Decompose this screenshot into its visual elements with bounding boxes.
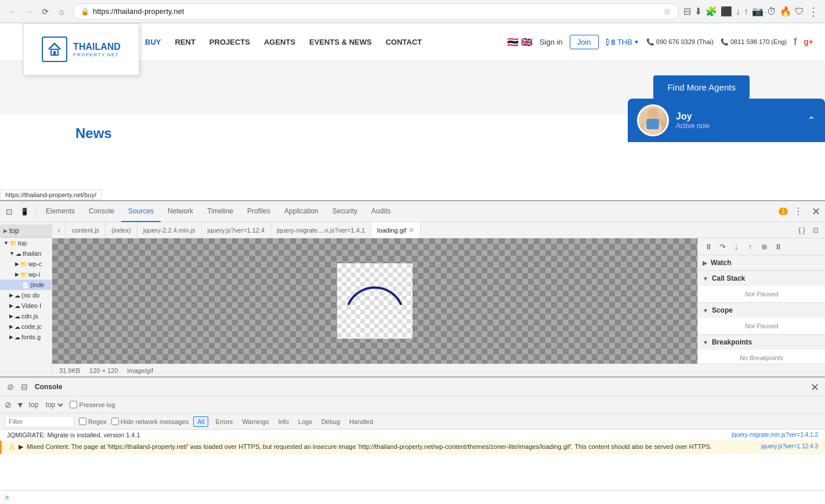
top-context-label[interactable]: top: [29, 401, 39, 409]
nav-buy[interactable]: BUY: [145, 38, 161, 46]
breakpoints-header[interactable]: ▼ Breakpoints: [698, 335, 825, 350]
google-plus-icon[interactable]: g+: [804, 37, 813, 46]
tree-item-code[interactable]: ▶ ☁ code.jc: [0, 321, 52, 332]
panel-toggle-button[interactable]: ⊡: [809, 223, 823, 237]
thai-flag[interactable]: 🇹🇭: [507, 37, 519, 48]
puzzle-icon[interactable]: 🧩: [705, 6, 717, 17]
tab-network[interactable]: Network: [161, 201, 200, 222]
back-button[interactable]: ←: [6, 5, 20, 19]
tree-item-top[interactable]: ▼ 📁 top: [0, 238, 52, 248]
watch-header[interactable]: ▶ Watch: [698, 255, 825, 270]
filter-debug[interactable]: Debug: [319, 418, 342, 426]
close-tab-icon[interactable]: ✕: [408, 226, 414, 234]
bookmark-icon[interactable]: ⊟: [683, 6, 691, 17]
nav-events[interactable]: EVENTS & NEWS: [309, 38, 372, 46]
console-filter-button[interactable]: ⊟: [19, 381, 30, 393]
console-clear-button[interactable]: ⊘: [5, 381, 16, 393]
reload-button[interactable]: ⟳: [38, 5, 52, 19]
file-tab-jquery[interactable]: jquery-2.2.4.min.js: [138, 222, 202, 238]
flame-icon[interactable]: 🔥: [780, 6, 791, 17]
warning-expand[interactable]: ▶: [19, 443, 23, 451]
regex-checkbox[interactable]: [79, 418, 86, 425]
hide-network-label[interactable]: Hide network messages: [111, 418, 189, 425]
file-tab-jquery-migrate[interactable]: jquery-migrate....n.js?ver=1.4.1: [271, 222, 371, 238]
filter-handled[interactable]: Handled: [347, 418, 375, 426]
tree-item-index[interactable]: 📄 (inde: [0, 280, 52, 290]
device-button[interactable]: 📱: [17, 205, 31, 219]
filter-errors[interactable]: Errors: [213, 418, 235, 426]
tree-item-wpi[interactable]: ▶ 📁 wp-i: [0, 269, 52, 280]
tree-top-item[interactable]: ▶ top: [0, 224, 52, 238]
nav-agents[interactable]: AGENTS: [264, 38, 295, 46]
inspect-button[interactable]: ⊡: [2, 205, 16, 219]
tab-console[interactable]: Console: [82, 201, 121, 222]
devtools-close-button[interactable]: ✕: [809, 205, 823, 219]
file-tab-loading-gif[interactable]: loading.gif ✕: [371, 222, 421, 238]
file-tab-content-js[interactable]: content.js: [66, 222, 106, 238]
filter-info[interactable]: Info: [276, 418, 291, 426]
tree-item-wpc[interactable]: ▶ 📁 wp-c: [0, 259, 52, 269]
console-source-2[interactable]: jquery.js?ver=1.12.4:3: [757, 443, 818, 449]
forward-button[interactable]: →: [22, 5, 36, 19]
red-icon[interactable]: ⬛: [721, 6, 732, 17]
step-into-button[interactable]: ↓: [730, 241, 742, 252]
chat-widget[interactable]: Joy Active now ⌃: [628, 99, 825, 142]
call-stack-header[interactable]: ▼ Call Stack: [698, 271, 825, 286]
star-icon[interactable]: ☆: [664, 7, 671, 16]
console-close-button[interactable]: ✕: [809, 381, 820, 393]
tab-security[interactable]: Security: [325, 201, 364, 222]
address-bar[interactable]: 🔒 https://thailand-property.net ☆: [73, 3, 679, 20]
tree-item-video[interactable]: ▶ ☁ Video I: [0, 300, 52, 311]
regex-label[interactable]: Regex: [79, 418, 107, 425]
filter-logs[interactable]: Logs: [296, 418, 314, 426]
tab-application[interactable]: Application: [277, 201, 325, 222]
tab-profiles[interactable]: Profiles: [240, 201, 277, 222]
context-select[interactable]: top: [44, 400, 65, 409]
console-source-1[interactable]: jquery-migrate.min.js?ver=1.4.1:2: [727, 432, 818, 438]
tab-elements[interactable]: Elements: [39, 201, 82, 222]
tab-audits[interactable]: Audits: [364, 201, 397, 222]
nav-rent[interactable]: RENT: [175, 38, 195, 46]
download-icon[interactable]: ⬇: [694, 6, 702, 17]
nav-projects[interactable]: PROJECTS: [209, 38, 250, 46]
camera-icon[interactable]: 📷: [752, 6, 764, 17]
hide-network-checkbox[interactable]: [111, 418, 119, 425]
console-filter-icon[interactable]: ⊘: [5, 400, 12, 409]
all-filter-button[interactable]: All: [193, 416, 208, 427]
file-tab-prev[interactable]: ‹: [52, 222, 66, 238]
shield-icon[interactable]: 🛡: [795, 6, 804, 17]
uk-flag[interactable]: 🇬🇧: [521, 37, 533, 48]
format-button[interactable]: { }: [795, 223, 809, 237]
filter-warnings[interactable]: Warnings: [240, 418, 271, 426]
arrow-up-icon[interactable]: ↑: [744, 6, 748, 17]
console-input[interactable]: [12, 494, 820, 502]
file-tab-jquery-ver[interactable]: jquery.js?ver=1.12.4: [202, 222, 272, 238]
home-button[interactable]: ⌂: [55, 5, 68, 19]
tree-item-thailand[interactable]: ▼ ☁ thailan: [0, 248, 52, 259]
step-over-button[interactable]: ↷: [717, 241, 728, 252]
preserve-log-checkbox[interactable]: [70, 401, 77, 408]
pause-button[interactable]: ⏸: [703, 241, 714, 252]
tab-timeline[interactable]: Timeline: [200, 201, 240, 222]
step-out-button[interactable]: ↑: [744, 241, 756, 252]
deactivate-breakpoints-button[interactable]: ⊗: [758, 241, 770, 252]
preserve-log-label[interactable]: Preserve log: [70, 401, 115, 408]
tree-item-fonts[interactable]: ▶ ☁ fonts.g: [0, 332, 52, 342]
currency-button[interactable]: ₿ ฿ THB ▼: [606, 38, 639, 46]
console-filter-dropdown[interactable]: ▼: [16, 400, 24, 409]
console-filter-input[interactable]: [5, 416, 74, 427]
file-tab-index[interactable]: (index): [106, 222, 138, 238]
sign-in-button[interactable]: Sign in: [540, 38, 563, 46]
nav-contact[interactable]: CONTACT: [386, 38, 422, 46]
tab-sources[interactable]: Sources: [121, 201, 161, 222]
find-more-agents-button[interactable]: Find More Agents: [653, 75, 750, 99]
tree-item-cdn[interactable]: ▶ ☁ cdn.js: [0, 311, 52, 321]
scope-header[interactable]: ▼ Scope: [698, 303, 825, 318]
facebook-icon[interactable]: f: [794, 36, 797, 48]
pause-exceptions-button[interactable]: ⏸: [772, 241, 784, 252]
join-button[interactable]: Join: [570, 35, 599, 49]
clock-icon[interactable]: ⏱: [767, 6, 776, 17]
devtools-more-button[interactable]: ⋮: [791, 205, 805, 219]
tree-item-nodo[interactable]: ▶ ☁ (no do: [0, 290, 52, 300]
more-icon[interactable]: ⋮: [808, 5, 819, 19]
